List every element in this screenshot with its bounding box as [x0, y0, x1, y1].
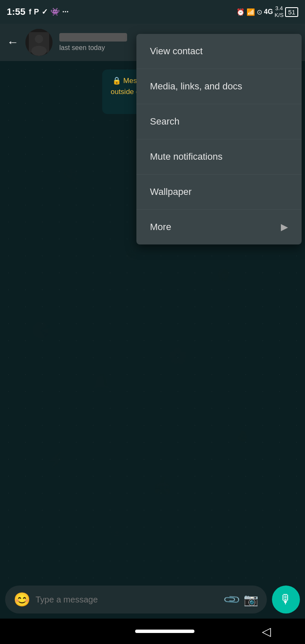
menu-label-search: Search	[150, 116, 180, 127]
menu-overlay[interactable]: View contactMedia, links, and docsSearch…	[0, 0, 305, 644]
menu-label-media-links-docs: Media, links, and docs	[150, 81, 242, 92]
context-menu: View contactMedia, links, and docsSearch…	[136, 34, 302, 244]
menu-arrow-more: ▶	[281, 222, 288, 233]
menu-label-more: More	[150, 222, 171, 233]
menu-item-search[interactable]: Search	[136, 104, 302, 139]
menu-item-wallpaper[interactable]: Wallpaper	[136, 175, 302, 210]
menu-item-mute-notifications[interactable]: Mute notifications	[136, 139, 302, 175]
menu-item-more[interactable]: More▶	[136, 210, 302, 244]
menu-item-media-links-docs[interactable]: Media, links, and docs	[136, 69, 302, 104]
menu-label-view-contact: View contact	[150, 46, 202, 57]
menu-label-wallpaper: Wallpaper	[150, 186, 191, 197]
menu-item-view-contact[interactable]: View contact	[136, 34, 302, 69]
menu-label-mute-notifications: Mute notifications	[150, 151, 222, 162]
